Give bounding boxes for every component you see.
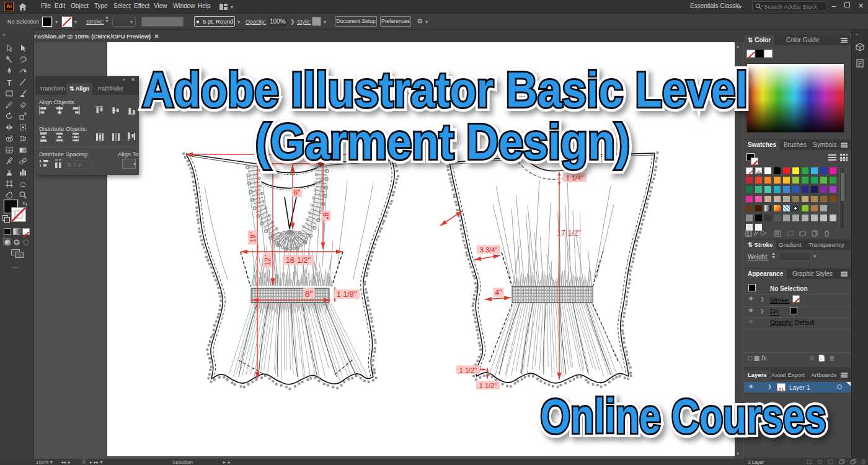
svg-text:1 1/2": 1 1/2": [479, 382, 497, 389]
svg-text:16 1/2": 16 1/2": [286, 255, 311, 265]
svg-text:T: T: [7, 79, 12, 87]
svg-text:1 1/2": 1 1/2": [459, 366, 477, 374]
svg-text:19": 19": [249, 232, 257, 243]
svg-text:«: «: [856, 32, 859, 37]
svg-text:6": 6": [294, 188, 301, 197]
svg-text:1 1/8": 1 1/8": [337, 290, 356, 299]
svg-text:8": 8": [321, 213, 330, 219]
svg-text:3 3/4": 3 3/4": [480, 246, 497, 254]
svg-text:1 1/4": 1 1/4": [566, 174, 583, 182]
svg-text:17 1/2": 17 1/2": [557, 229, 581, 237]
svg-text:8": 8": [305, 289, 313, 299]
svg-text:4": 4": [495, 288, 502, 297]
svg-text:12": 12": [264, 255, 272, 266]
svg-text:24": 24": [283, 144, 294, 153]
